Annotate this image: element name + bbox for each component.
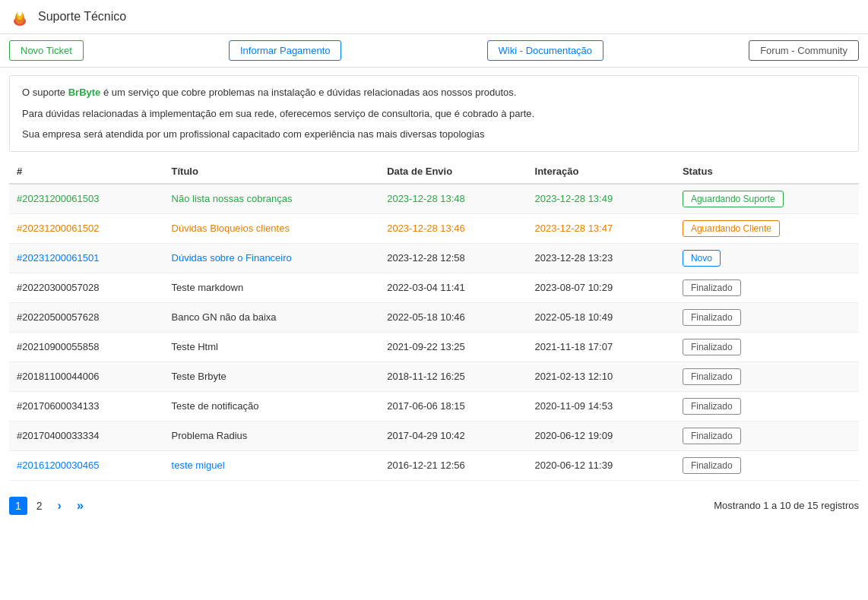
cell-interaction: 2020-06-12 19:09 (527, 421, 675, 450)
cell-title[interactable]: Não lista nossas cobranças (164, 184, 380, 214)
cell-interaction: 2020-11-09 14:53 (527, 391, 675, 421)
cell-status: Novo (675, 243, 859, 273)
info-line3: Sua empresa será atendida por um profiss… (22, 127, 846, 142)
table-row[interactable]: #20170600034133 Teste de notificação 201… (9, 391, 859, 421)
cell-interaction: 2022-05-18 10:49 (527, 302, 675, 332)
cell-title[interactable]: Teste Brbyte (164, 362, 380, 391)
cell-interaction: 2023-08-07 10:29 (527, 273, 675, 302)
page-title: Suporte Técnico (38, 10, 126, 24)
cell-date: 2023-12-28 13:48 (379, 184, 527, 214)
logo (9, 6, 30, 27)
cell-id[interactable]: #20170400033334 (9, 421, 164, 450)
cell-id[interactable]: #20231200061502 (9, 213, 164, 243)
info-line2: Para dúvidas relacionadas à implementaçã… (22, 106, 846, 122)
cell-interaction: 2021-11-18 17:07 (527, 332, 675, 362)
cell-title[interactable]: Banco GN não da baixa (164, 302, 380, 332)
cell-id[interactable]: #20161200030465 (9, 450, 164, 480)
info-box: O suporte BrByte é um serviço que cobre … (9, 75, 859, 152)
table-header-row: # Título Data de Envio Interação Status (9, 159, 859, 184)
cell-interaction: 2020-06-12 11:39 (527, 450, 675, 480)
status-badge: Finalizado (683, 279, 741, 296)
status-badge: Finalizado (683, 457, 741, 474)
informar-pagamento-button[interactable]: Informar Pagamento (229, 40, 342, 61)
cell-interaction: 2023-12-28 13:23 (527, 243, 675, 273)
cell-date: 2016-12-21 12:56 (379, 450, 527, 480)
status-badge: Finalizado (683, 309, 741, 326)
cell-title[interactable]: Problema Radius (164, 421, 380, 450)
status-badge: Aguardando Cliente (683, 220, 780, 237)
cell-id[interactable]: #20170600034133 (9, 391, 164, 421)
status-badge: Novo (683, 250, 721, 267)
cell-date: 2021-09-22 13:25 (379, 332, 527, 362)
table-row[interactable]: #20231200061503 Não lista nossas cobranç… (9, 184, 859, 214)
wiki-button[interactable]: Wiki - Documentação (487, 40, 604, 61)
cell-date: 2017-06-06 18:15 (379, 391, 527, 421)
cell-id[interactable]: #20231200061501 (9, 243, 164, 273)
svg-point-3 (18, 10, 22, 16)
cell-title[interactable]: Dúvidas sobre o Financeiro (164, 243, 380, 273)
cell-title[interactable]: Teste de notificação (164, 391, 380, 421)
cell-status: Finalizado (675, 450, 859, 480)
cell-date: 2018-11-12 16:25 (379, 362, 527, 391)
cell-interaction: 2023-12-28 13:49 (527, 184, 675, 214)
cell-status: Aguardando Cliente (675, 213, 859, 243)
pagination-bar: 1 2 › » Mostrando 1 a 10 de 15 registros (0, 488, 868, 523)
nav-bar: Novo Ticket Informar Pagamento Wiki - Do… (0, 34, 868, 68)
cell-title[interactable]: teste miguel (164, 450, 380, 480)
cell-status: Finalizado (675, 362, 859, 391)
table-row[interactable]: #20170400033334 Problema Radius 2017-04-… (9, 421, 859, 450)
cell-title[interactable]: Dúvidas Bloqueios clientes (164, 213, 380, 243)
col-header-status: Status (675, 159, 859, 184)
page-1-button[interactable]: 1 (9, 497, 27, 515)
cell-interaction: 2023-12-28 13:47 (527, 213, 675, 243)
cell-id[interactable]: #20231200061503 (9, 184, 164, 214)
status-badge: Finalizado (683, 398, 741, 415)
forum-button[interactable]: Forum - Community (749, 40, 859, 61)
cell-id[interactable]: #20210900055858 (9, 332, 164, 362)
cell-status: Aguardando Suporte (675, 184, 859, 214)
cell-id[interactable]: #20220300057028 (9, 273, 164, 302)
cell-status: Finalizado (675, 302, 859, 332)
pagination-info: Mostrando 1 a 10 de 15 registros (714, 500, 859, 511)
page-2-button[interactable]: 2 (30, 497, 49, 515)
col-header-interaction: Interação (527, 159, 675, 184)
table-row[interactable]: #20231200061502 Dúvidas Bloqueios client… (9, 213, 859, 243)
col-header-id: # (9, 159, 164, 184)
brand-name: BrByte (68, 87, 101, 98)
status-badge: Finalizado (683, 368, 741, 385)
novo-ticket-button[interactable]: Novo Ticket (9, 40, 84, 61)
cell-id[interactable]: #20181100044006 (9, 362, 164, 391)
table-row[interactable]: #20181100044006 Teste Brbyte 2018-11-12 … (9, 362, 859, 391)
cell-status: Finalizado (675, 421, 859, 450)
cell-date: 2022-05-18 10:46 (379, 302, 527, 332)
status-badge: Aguardando Suporte (683, 191, 784, 207)
tickets-table: # Título Data de Envio Interação Status … (9, 159, 859, 481)
next-page-button[interactable]: › (52, 496, 68, 516)
table-row[interactable]: #20161200030465 teste miguel 2016-12-21 … (9, 450, 859, 480)
cell-status: Finalizado (675, 332, 859, 362)
cell-interaction: 2021-02-13 12:10 (527, 362, 675, 391)
cell-status: Finalizado (675, 273, 859, 302)
col-header-title: Título (164, 159, 380, 184)
cell-title[interactable]: Teste Html (164, 332, 380, 362)
cell-date: 2017-04-29 10:42 (379, 421, 527, 450)
cell-date: 2023-12-28 13:46 (379, 213, 527, 243)
table-row[interactable]: #20220500057628 Banco GN não da baixa 20… (9, 302, 859, 332)
cell-id[interactable]: #20220500057628 (9, 302, 164, 332)
table-row[interactable]: #20231200061501 Dúvidas sobre o Financei… (9, 243, 859, 273)
col-header-date: Data de Envio (379, 159, 527, 184)
status-badge: Finalizado (683, 339, 741, 355)
cell-status: Finalizado (675, 391, 859, 421)
cell-title[interactable]: Teste markdown (164, 273, 380, 302)
pagination-controls: 1 2 › » (9, 496, 90, 516)
last-page-button[interactable]: » (71, 496, 90, 516)
cell-date: 2022-03-04 11:41 (379, 273, 527, 302)
table-row[interactable]: #20210900055858 Teste Html 2021-09-22 13… (9, 332, 859, 362)
table-row[interactable]: #20220300057028 Teste markdown 2022-03-0… (9, 273, 859, 302)
status-badge: Finalizado (683, 428, 741, 444)
header: Suporte Técnico (0, 0, 868, 34)
tickets-table-container: # Título Data de Envio Interação Status … (9, 159, 859, 481)
cell-date: 2023-12-28 12:58 (379, 243, 527, 273)
info-line1: O suporte BrByte é um serviço que cobre … (22, 85, 846, 100)
